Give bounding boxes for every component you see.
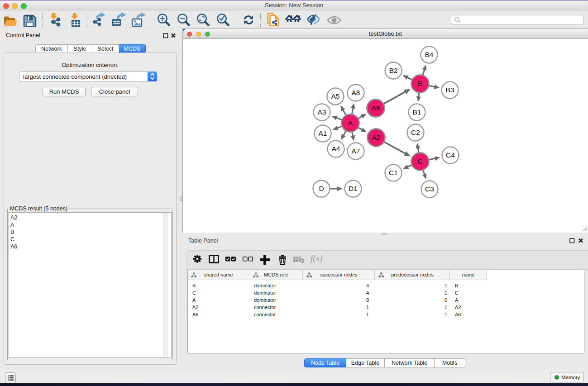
svg-text:A5: A5 <box>331 92 340 100</box>
svg-text:A1: A1 <box>319 129 327 137</box>
svg-text:A6: A6 <box>372 104 380 112</box>
svg-text:C3: C3 <box>425 185 434 193</box>
svg-text:D1: D1 <box>349 185 358 192</box>
svg-text:C4: C4 <box>446 151 455 159</box>
svg-text:C2: C2 <box>411 129 420 136</box>
svg-text:D: D <box>319 185 324 192</box>
svg-text:C1: C1 <box>389 169 398 176</box>
svg-text:B3: B3 <box>446 86 454 94</box>
svg-text:A3: A3 <box>318 108 326 116</box>
svg-text:B4: B4 <box>425 51 434 58</box>
svg-text:A4: A4 <box>332 145 340 152</box>
svg-text:B: B <box>418 80 422 87</box>
svg-text:A7: A7 <box>352 147 360 155</box>
svg-text:A8: A8 <box>352 89 360 96</box>
svg-text:A: A <box>348 119 353 127</box>
svg-text:B1: B1 <box>413 108 421 116</box>
svg-text:A2: A2 <box>372 133 381 141</box>
svg-text:B2: B2 <box>389 67 398 74</box>
svg-text:C: C <box>417 157 422 165</box>
